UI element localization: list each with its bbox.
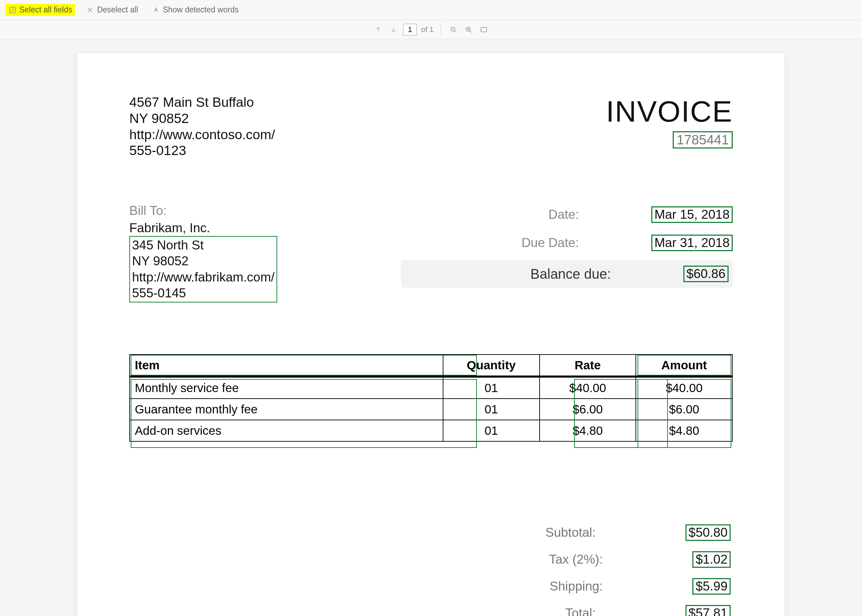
show-detected-words-button[interactable]: Show detected words	[149, 4, 241, 16]
document-canvas[interactable]: 4567 Main St Buffalo NY 90852 http://www…	[0, 39, 862, 616]
cell-item: Guarantee monthly fee	[130, 399, 443, 420]
cell-qty: 01	[443, 377, 540, 399]
cell-rate: $40.00	[540, 377, 636, 399]
due-date-field[interactable]: Mar 31, 2018	[651, 235, 733, 251]
fit-page-button[interactable]	[478, 24, 489, 35]
deselect-all-button[interactable]: Deselect all	[83, 4, 141, 16]
total-label: Total:	[565, 606, 596, 616]
invoice-title: INVOICE	[606, 94, 733, 129]
billto-address-field[interactable]: 345 North St NY 98052 http://www.fabrika…	[129, 236, 277, 302]
billto-line4: 555-0145	[132, 285, 274, 301]
table-row: Monthly service fee 01 $40.00 $40.00	[130, 377, 732, 399]
cell-item: Monthly service fee	[130, 377, 443, 399]
next-page-button[interactable]	[388, 24, 399, 35]
tax-label: Tax (2%):	[549, 552, 603, 567]
vendor-line4: 555-0123	[129, 143, 275, 159]
toolbar: Select all fields Deselect all Show dete…	[0, 0, 862, 20]
invoice-number-field[interactable]: 1785441	[673, 131, 733, 148]
vendor-line1: 4567 Main St Buffalo	[129, 94, 275, 111]
document-page: 4567 Main St Buffalo NY 90852 http://www…	[77, 53, 785, 616]
text-detect-icon	[152, 6, 160, 14]
total-field[interactable]: $57.81	[686, 605, 731, 616]
cell-rate: $4.80	[540, 420, 636, 442]
shipping-label: Shipping:	[550, 579, 603, 594]
line-items-table-wrap: Item Quantity Rate Amount Monthly servic…	[129, 354, 733, 442]
date-field[interactable]: Mar 15, 2018	[651, 206, 733, 223]
pager-bar: of 1	[0, 20, 862, 39]
date-label: Date:	[548, 207, 579, 222]
cell-amount: $40.00	[636, 377, 732, 399]
billto-line2: NY 98052	[132, 253, 274, 269]
zoom-in-button[interactable]	[463, 24, 474, 35]
prev-page-button[interactable]	[373, 24, 384, 35]
billto-line3: http://www.fabrikam.com/	[132, 269, 274, 285]
balance-due-field[interactable]: $60.86	[683, 266, 728, 282]
svg-rect-3	[481, 27, 487, 32]
cell-amount: $4.80	[636, 420, 732, 442]
col-quantity: Quantity	[443, 355, 540, 377]
table-row: Add-on services 01 $4.80 $4.80	[130, 420, 732, 442]
cell-qty: 01	[443, 420, 540, 442]
subtotal-label: Subtotal:	[545, 525, 596, 540]
vendor-line2: NY 90852	[129, 111, 275, 127]
tax-field[interactable]: $1.02	[692, 551, 731, 568]
col-item: Item	[130, 355, 443, 377]
billto-line1: 345 North St	[132, 237, 274, 253]
vendor-line3: http://www.contoso.com/	[129, 127, 275, 143]
billto-name: Fabrikam, Inc.	[129, 221, 395, 235]
billto-label: Bill To:	[129, 204, 395, 218]
cell-amount: $6.00	[636, 399, 732, 420]
line-items-table: Item Quantity Rate Amount Monthly servic…	[129, 354, 733, 442]
shipping-field[interactable]: $5.99	[692, 578, 731, 595]
col-amount: Amount	[636, 355, 732, 377]
table-row: Guarantee monthly fee 01 $6.00 $6.00	[130, 399, 732, 420]
cell-qty: 01	[443, 399, 540, 420]
cell-rate: $6.00	[540, 399, 636, 420]
deselect-all-label: Deselect all	[97, 5, 138, 14]
close-icon	[86, 6, 94, 14]
show-words-label: Show detected words	[163, 5, 239, 14]
page-number-input[interactable]	[403, 24, 417, 36]
select-all-icon	[8, 6, 17, 14]
balance-due-label: Balance due:	[530, 266, 611, 282]
vendor-address: 4567 Main St Buffalo NY 90852 http://www…	[129, 94, 275, 159]
cell-item: Add-on services	[130, 420, 443, 442]
subtotal-field[interactable]: $50.80	[686, 524, 731, 541]
select-all-label: Select all fields	[19, 5, 72, 14]
divider	[441, 24, 441, 35]
zoom-out-button[interactable]	[448, 24, 459, 35]
due-date-label: Due Date:	[522, 236, 579, 250]
select-all-fields-button[interactable]: Select all fields	[6, 4, 75, 16]
totals-block: Subtotal: $50.80 Tax (2%): $1.02 Shippin…	[129, 524, 733, 616]
page-of-label: of 1	[421, 25, 434, 34]
col-rate: Rate	[540, 355, 636, 377]
